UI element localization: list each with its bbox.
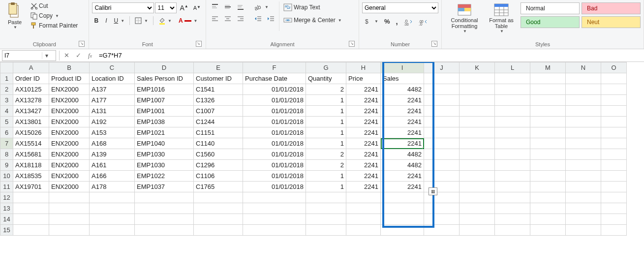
cell[interactable] [566,203,601,214]
cell[interactable] [306,192,346,203]
cell[interactable] [566,138,601,149]
cell[interactable]: 01/01/2018 [243,138,306,149]
cell[interactable] [424,84,460,95]
column-header[interactable]: D [135,62,194,73]
cell[interactable] [306,214,346,225]
cell[interactable] [424,117,460,127]
cell[interactable] [460,138,495,149]
row-header[interactable]: 15 [0,225,13,236]
cell[interactable]: ENX2000 [49,127,90,138]
autofill-options-button[interactable]: ▦ [429,187,437,195]
cell[interactable] [601,127,627,138]
cell[interactable]: 01/01/2018 [243,160,306,171]
cell[interactable] [460,73,495,84]
cell[interactable]: AX15026 [13,127,49,138]
column-header[interactable]: L [495,62,530,73]
cell[interactable]: AX19701 [13,182,49,192]
increase-indent-button[interactable] [265,14,277,23]
cell[interactable] [530,138,566,149]
cell[interactable]: 2241 [346,149,381,160]
cell[interactable]: 1 [306,171,346,182]
align-bottom-button[interactable] [235,2,246,11]
row-header[interactable]: 11 [0,182,13,192]
cell[interactable] [424,171,460,182]
row-header[interactable]: 9 [0,160,13,171]
cell[interactable]: ENX2000 [49,149,90,160]
cell[interactable]: C1007 [194,106,243,117]
cell[interactable]: Sales Person ID [135,73,194,84]
cell[interactable]: C1151 [194,127,243,138]
cell[interactable] [530,182,566,192]
cell[interactable]: 01/01/2018 [243,106,306,117]
cell[interactable] [495,95,530,106]
cell[interactable] [530,95,566,106]
cell[interactable] [424,138,460,149]
cell[interactable]: A139 [90,149,135,160]
cell[interactable] [460,95,495,106]
cancel-formula-button[interactable]: ✕ [61,52,72,59]
conditional-formatting-button[interactable]: Conditional Formatting▼ [445,1,484,34]
cell[interactable]: 2241 [381,182,424,192]
cell[interactable] [346,214,381,225]
cell[interactable] [424,225,460,236]
column-header[interactable]: B [49,62,90,73]
cell[interactable] [601,225,627,236]
row-header[interactable]: 5 [0,117,13,127]
bold-button[interactable]: B [92,16,100,25]
style-normal[interactable]: Normal [521,2,580,14]
cell[interactable] [306,225,346,236]
cell[interactable] [381,225,424,236]
select-all-corner[interactable] [0,62,13,73]
cell[interactable]: A161 [90,160,135,171]
cell[interactable] [495,149,530,160]
cell[interactable]: 2241 [346,127,381,138]
cell[interactable]: EMP1030 [135,160,194,171]
row-header[interactable]: 6 [0,127,13,138]
wrap-text-button[interactable]: ab Wrap Text [281,2,344,12]
cell[interactable] [135,214,194,225]
row-header[interactable]: 2 [0,84,13,95]
cell[interactable]: C1560 [194,149,243,160]
row-header[interactable]: 14 [0,214,13,225]
dialog-launcher-icon[interactable]: ↘ [79,41,85,47]
cell[interactable] [495,214,530,225]
cell[interactable] [495,73,530,84]
cell[interactable] [495,84,530,95]
cell[interactable] [460,203,495,214]
cell[interactable] [90,225,135,236]
cell[interactable] [530,160,566,171]
cell[interactable] [495,171,530,182]
cell[interactable] [495,127,530,138]
fill-color-button[interactable]: ▼ [156,16,174,25]
cell[interactable] [601,95,627,106]
cell[interactable] [424,160,460,171]
cell[interactable]: A178 [90,182,135,192]
cell[interactable] [495,138,530,149]
column-header[interactable]: I [381,62,424,73]
cell[interactable] [243,192,306,203]
cell[interactable] [194,192,243,203]
cell[interactable] [13,214,49,225]
underline-button[interactable]: U▼ [112,16,126,25]
cell[interactable] [495,192,530,203]
formula-input[interactable] [96,52,644,59]
column-header[interactable]: H [346,62,381,73]
cell[interactable]: 4482 [381,84,424,95]
cell[interactable] [460,182,495,192]
cell[interactable]: A168 [90,138,135,149]
cell[interactable] [346,192,381,203]
cell[interactable]: A192 [90,117,135,127]
cell[interactable] [601,149,627,160]
name-box-input[interactable] [2,52,42,59]
cell[interactable] [530,203,566,214]
cell[interactable] [495,203,530,214]
cell[interactable] [566,84,601,95]
cell[interactable]: 01/01/2018 [243,117,306,127]
cell[interactable]: AX10125 [13,84,49,95]
cell[interactable] [194,214,243,225]
cell[interactable]: 2241 [381,138,424,149]
cell[interactable] [566,95,601,106]
chevron-down-icon[interactable]: ▾ [42,52,51,59]
cell[interactable]: ENX2000 [49,138,90,149]
column-header[interactable]: O [601,62,627,73]
